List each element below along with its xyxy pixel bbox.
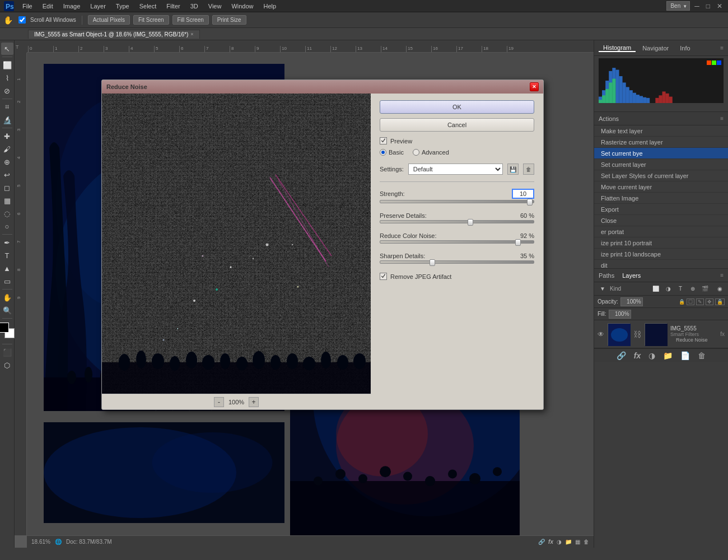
fit-screen-btn[interactable]: Fit Screen	[133, 15, 169, 25]
scroll-all-windows-checkbox[interactable]	[18, 16, 26, 24]
action-item-rasterize[interactable]: Rasterize current layer	[594, 137, 728, 148]
filter-toggle-btn[interactable]: ◉	[715, 284, 725, 294]
action-item-edit[interactable]: dit	[594, 260, 728, 268]
actual-pixels-btn[interactable]: Actual Pixels	[88, 15, 130, 25]
reduce-color-noise-slider-thumb[interactable]	[515, 239, 521, 246]
eraser-tool-btn[interactable]: ◻	[1, 181, 13, 194]
filter-smart-btn[interactable]: 🎬	[700, 284, 710, 294]
menu-edit[interactable]: Edit	[38, 2, 58, 11]
menu-layer[interactable]: Layer	[86, 2, 110, 11]
preserve-details-slider-track[interactable]	[380, 220, 534, 223]
panel-expand-icon[interactable]: ≡	[720, 45, 724, 51]
navigator-tab[interactable]: Navigator	[638, 45, 673, 52]
fill-input[interactable]	[609, 310, 631, 319]
filter-adjust-btn[interactable]: ◑	[663, 284, 673, 294]
hand-tool-btn[interactable]: ✋	[1, 291, 13, 304]
print-size-btn[interactable]: Print Size	[212, 15, 246, 25]
cancel-btn[interactable]: Cancel	[380, 118, 534, 132]
layer-fx-btn[interactable]: fx	[632, 351, 642, 360]
lock-all-btn[interactable]: 🔒	[715, 298, 725, 305]
lock-position-btn[interactable]: ✥	[706, 298, 713, 305]
move-tool-btn[interactable]: ↖	[1, 43, 13, 55]
pen-tool-btn[interactable]: ✒	[1, 236, 13, 249]
layers-panel-expand[interactable]: ≡	[720, 272, 724, 278]
document-tab[interactable]: IMG_5555 as Smart Object-1 @ 18.6% (IMG_…	[28, 30, 200, 39]
heal-tool-btn[interactable]: ✚	[1, 130, 13, 142]
zoom-out-btn[interactable]: -	[214, 397, 224, 407]
dodge-tool-btn[interactable]: ○	[1, 220, 13, 232]
strength-slider-track[interactable]	[380, 200, 534, 203]
layers-tab[interactable]: Layers	[622, 272, 641, 279]
new-layer-btn[interactable]: 📄	[679, 351, 692, 360]
path-select-tool-btn[interactable]: ▲	[1, 262, 13, 274]
close-btn[interactable]: ✕	[715, 1, 725, 11]
select-rect-tool-btn[interactable]: ⬜	[1, 59, 13, 71]
history-brush-tool-btn[interactable]: ↩	[1, 169, 13, 181]
advanced-radio-item[interactable]: Advanced	[413, 149, 449, 156]
histogram-tab[interactable]: Histogram	[599, 44, 636, 52]
action-item-move-current-layer[interactable]: Move current layer	[594, 181, 728, 193]
delete-layer-btn[interactable]: 🗑	[696, 351, 707, 360]
menu-type[interactable]: Type	[111, 2, 134, 11]
action-item-set-layer-styles[interactable]: Set Layer Styles of current layer	[594, 170, 728, 181]
advanced-radio-btn[interactable]	[413, 149, 419, 156]
preserve-details-slider-thumb[interactable]	[468, 219, 473, 226]
action-item-close[interactable]: Close	[594, 215, 728, 226]
blur-tool-btn[interactable]: ◌	[1, 207, 13, 220]
eyedropper-tool-btn[interactable]: 🔬	[1, 114, 13, 126]
ok-btn[interactable]: OK	[380, 100, 534, 114]
remove-jpeg-checkbox[interactable]	[380, 273, 387, 280]
dialog-close-btn[interactable]: ✕	[530, 82, 539, 91]
sharpen-details-slider-track[interactable]	[380, 260, 534, 264]
layers-filter-btn[interactable]: ▼	[598, 284, 608, 294]
action-item-flatten-image[interactable]: Flatten Image	[594, 193, 728, 204]
action-item-make-text-layer[interactable]: Make text layer	[594, 125, 728, 137]
reduce-color-noise-slider-track[interactable]	[380, 240, 534, 244]
foreground-color[interactable]	[0, 323, 9, 333]
layer-entry[interactable]: 👁 ⛓ IMG_5555 Smart Filters Reduce	[594, 320, 728, 348]
crop-tool-btn[interactable]: ⌗	[1, 101, 13, 113]
screen-mode-btn[interactable]: ⬛	[1, 346, 13, 358]
link-layers-btn[interactable]: 🔗	[615, 351, 628, 360]
basic-radio-btn[interactable]	[380, 149, 386, 156]
strength-input[interactable]	[512, 189, 534, 199]
add-mask-btn[interactable]: ◑	[647, 351, 657, 360]
fill-screen-btn[interactable]: Fill Screen	[172, 15, 209, 25]
sharpen-details-slider-thumb[interactable]	[430, 259, 435, 266]
action-item-print10p[interactable]: ize print 10 portrait	[594, 237, 728, 249]
action-item-export[interactable]: Export	[594, 204, 728, 215]
quick-select-tool-btn[interactable]: ⊘	[1, 85, 13, 97]
menu-select[interactable]: Select	[135, 2, 161, 11]
menu-view[interactable]: View	[204, 2, 226, 11]
text-tool-btn[interactable]: T	[1, 249, 13, 262]
info-tab[interactable]: Info	[675, 45, 694, 52]
action-item-portrait[interactable]: er portat	[594, 226, 728, 237]
lock-image-btn[interactable]: ✎	[696, 298, 704, 305]
menu-window[interactable]: Window	[227, 2, 258, 11]
minimize-btn[interactable]: ─	[692, 1, 702, 11]
settings-delete-btn[interactable]: 🗑	[523, 164, 534, 175]
zoom-tool-btn[interactable]: 🔍	[1, 304, 13, 316]
action-item-print10l[interactable]: ize print 10 landscape	[594, 249, 728, 260]
preview-checkbox[interactable]	[380, 137, 387, 144]
paths-tab[interactable]: Paths	[599, 272, 614, 279]
menu-file[interactable]: File	[18, 2, 37, 11]
filter-pixel-btn[interactable]: ⬜	[651, 284, 661, 294]
settings-select[interactable]: Default	[408, 164, 503, 175]
actions-expand-icon[interactable]: ≡	[720, 115, 724, 122]
shape-tool-btn[interactable]: ▭	[1, 275, 13, 287]
zoom-in-btn[interactable]: +	[249, 397, 259, 407]
gradient-tool-btn[interactable]: ▦	[1, 194, 13, 207]
lock-transparent-btn[interactable]: ☐	[687, 298, 694, 305]
menu-help[interactable]: Help	[259, 2, 281, 11]
maximize-btn[interactable]: □	[704, 1, 712, 11]
lasso-tool-btn[interactable]: ⌇	[1, 72, 13, 84]
strength-slider-thumb[interactable]	[527, 199, 533, 206]
user-field[interactable]: Ben ▼	[666, 1, 690, 11]
menu-filter[interactable]: Filter	[162, 2, 184, 11]
new-group-btn[interactable]: 📁	[661, 351, 674, 360]
action-item-set-current-bye[interactable]: Set current bye	[594, 148, 728, 159]
opacity-input[interactable]	[620, 297, 643, 306]
filter-shape-btn[interactable]: ⊕	[688, 284, 698, 294]
menu-3d[interactable]: 3D	[186, 2, 203, 11]
